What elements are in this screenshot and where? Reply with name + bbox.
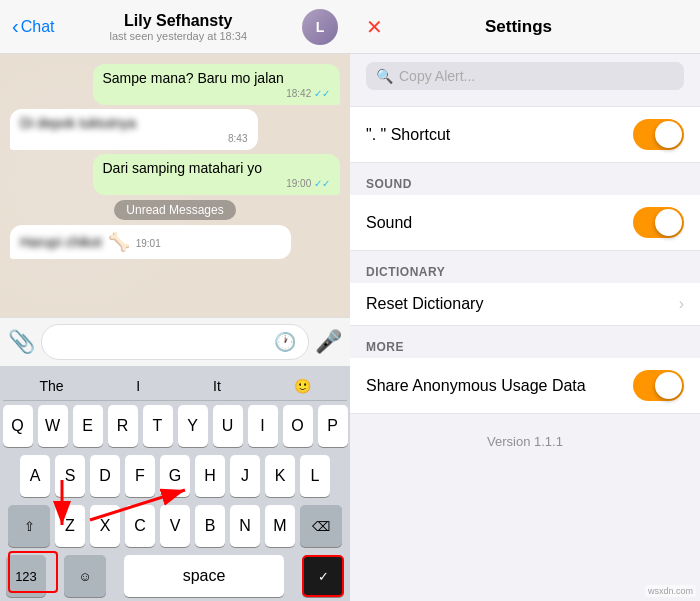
key-space[interactable]: space xyxy=(124,555,284,597)
keyboard-row-2: A S D F G H J K L xyxy=(3,455,347,497)
avatar-initial: L xyxy=(316,19,325,35)
sound-label: Sound xyxy=(366,214,412,232)
settings-header: ✕ Settings xyxy=(350,0,700,54)
key-C[interactable]: C xyxy=(125,505,155,547)
chat-panel: ‹ Chat Lily Sefhansty last seen yesterda… xyxy=(0,0,350,601)
settings-version: Version 1.1.1 xyxy=(350,414,700,469)
keyboard-bottom-row: 123 ☺ space ✓ xyxy=(3,555,347,597)
key-H[interactable]: H xyxy=(195,455,225,497)
key-F[interactable]: F xyxy=(125,455,155,497)
watermark: wsxdn.com xyxy=(645,585,696,597)
key-E[interactable]: E xyxy=(73,405,103,447)
message-time: 18:42 ✓✓ xyxy=(103,88,331,99)
key-Q[interactable]: Q xyxy=(3,405,33,447)
key-N[interactable]: N xyxy=(230,505,260,547)
message-time: 19:00 ✓✓ xyxy=(103,178,331,189)
anonymous-toggle[interactable] xyxy=(633,370,684,401)
message-text: Sampe mana? Baru mo jalan xyxy=(103,70,331,86)
keyboard-row-1: Q W E R T Y U I O P xyxy=(3,405,347,447)
key-L[interactable]: L xyxy=(300,455,330,497)
contact-status: last seen yesterday at 18:34 xyxy=(54,30,302,42)
key-D[interactable]: D xyxy=(90,455,120,497)
settings-section-shortcut: ". " Shortcut xyxy=(350,106,700,163)
sound-section-header: SOUND xyxy=(350,171,700,195)
message-bubble: Dari samping matahari yo 19:00 ✓✓ xyxy=(93,154,341,195)
message-text: Dari samping matahari yo xyxy=(103,160,331,176)
reset-dictionary-label: Reset Dictionary xyxy=(366,295,483,313)
settings-title: Settings xyxy=(383,17,654,37)
settings-panel: ✕ Settings 🔍 Copy Alert... ". " Shortcut xyxy=(350,0,700,601)
settings-section-sound: SOUND Sound xyxy=(350,171,700,251)
chat-back-button[interactable]: ‹ Chat xyxy=(12,15,54,38)
unread-label: Unread Messages xyxy=(114,200,235,220)
key-A[interactable]: A xyxy=(20,455,50,497)
key-return[interactable]: ✓ xyxy=(302,555,344,597)
back-label: Chat xyxy=(21,18,55,36)
chevron-right-icon: › xyxy=(679,295,684,313)
toggle-knob xyxy=(655,209,682,236)
message-time: 19:01 xyxy=(136,238,161,249)
shortcut-toggle[interactable] xyxy=(633,119,684,150)
suggestion-1[interactable]: The xyxy=(31,376,71,396)
key-J[interactable]: J xyxy=(230,455,260,497)
message-bubble: Sampe mana? Baru mo jalan 18:42 ✓✓ xyxy=(93,64,341,105)
search-placeholder: Copy Alert... xyxy=(399,68,475,84)
send-checkmark-icon: ✓ xyxy=(318,569,329,584)
key-M[interactable]: M xyxy=(265,505,295,547)
attach-icon[interactable]: 📎 xyxy=(8,329,35,355)
chat-text-input[interactable]: 🕐 xyxy=(41,324,309,360)
key-numbers[interactable]: 123 xyxy=(6,555,46,597)
keyboard-row-3: ⇧ Z X C V B N M ⌫ xyxy=(3,505,347,547)
message-bubble: Harupi chikot 🦴 19:01 xyxy=(10,225,291,259)
message-time: 8:43 xyxy=(20,133,248,144)
contact-avatar[interactable]: L xyxy=(302,9,338,45)
mic-icon[interactable]: 🎤 xyxy=(315,329,342,355)
toggle-knob xyxy=(655,372,682,399)
suggestion-3[interactable]: It xyxy=(205,376,229,396)
back-chevron-icon: ‹ xyxy=(12,15,19,38)
key-V[interactable]: V xyxy=(160,505,190,547)
chat-header-center: Lily Sefhansty last seen yesterday at 18… xyxy=(54,12,302,42)
key-B[interactable]: B xyxy=(195,505,225,547)
sound-toggle[interactable] xyxy=(633,207,684,238)
version-text: Version 1.1.1 xyxy=(487,434,563,449)
key-Y[interactable]: Y xyxy=(178,405,208,447)
key-S[interactable]: S xyxy=(55,455,85,497)
suggestion-2[interactable]: I xyxy=(128,376,148,396)
settings-content: ". " Shortcut SOUND Sound DICTION xyxy=(350,98,700,601)
settings-cell-sound: Sound xyxy=(350,195,700,251)
key-Z[interactable]: Z xyxy=(55,505,85,547)
key-W[interactable]: W xyxy=(38,405,68,447)
contact-name: Lily Sefhansty xyxy=(54,12,302,30)
key-emoji[interactable]: ☺ xyxy=(64,555,106,597)
settings-cell-anonymous: Share Anonymous Usage Data xyxy=(350,358,700,414)
emoji-icon[interactable]: 🕐 xyxy=(274,331,296,353)
shortcut-label: ". " Shortcut xyxy=(366,126,450,144)
toggle-knob xyxy=(655,121,682,148)
settings-cell-shortcut: ". " Shortcut xyxy=(350,106,700,163)
suggestion-emoji[interactable]: 🙂 xyxy=(286,376,319,396)
key-K[interactable]: K xyxy=(265,455,295,497)
key-I[interactable]: I xyxy=(248,405,278,447)
search-icon: 🔍 xyxy=(376,68,393,84)
message-bubble: Di depok tuktutnya 8:43 xyxy=(10,109,258,150)
key-P[interactable]: P xyxy=(318,405,348,447)
anonymous-label: Share Anonymous Usage Data xyxy=(366,377,586,395)
key-O[interactable]: O xyxy=(283,405,313,447)
settings-cell-reset-dictionary[interactable]: Reset Dictionary › xyxy=(350,283,700,326)
key-X[interactable]: X xyxy=(90,505,120,547)
key-R[interactable]: R xyxy=(108,405,138,447)
settings-close-button[interactable]: ✕ xyxy=(366,17,383,37)
settings-search-bar[interactable]: 🔍 Copy Alert... xyxy=(366,62,684,90)
key-shift[interactable]: ⇧ xyxy=(8,505,50,547)
chat-header: ‹ Chat Lily Sefhansty last seen yesterda… xyxy=(0,0,350,54)
key-T[interactable]: T xyxy=(143,405,173,447)
chat-messages: Sampe mana? Baru mo jalan 18:42 ✓✓ Di de… xyxy=(0,54,350,317)
chat-input-area: 📎 🕐 🎤 xyxy=(0,317,350,366)
more-section-header: MORE xyxy=(350,334,700,358)
key-delete[interactable]: ⌫ xyxy=(300,505,342,547)
keyboard: The I It 🙂 Q W E R T Y U I O P A S xyxy=(0,366,350,601)
key-G[interactable]: G xyxy=(160,455,190,497)
key-U[interactable]: U xyxy=(213,405,243,447)
settings-section-dictionary: DICTIONARY Reset Dictionary › xyxy=(350,259,700,326)
